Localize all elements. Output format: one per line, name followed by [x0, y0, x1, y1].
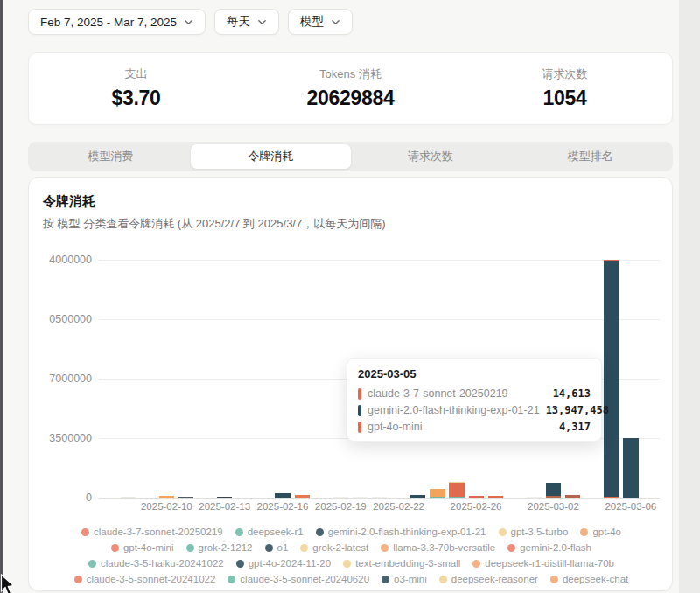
- bar-segment[interactable]: [178, 497, 193, 498]
- legend-item[interactable]: gpt-4o-2024-11-20: [236, 558, 331, 569]
- legend-item[interactable]: text-embedding-3-small: [343, 558, 460, 569]
- bar-segment[interactable]: [449, 497, 464, 498]
- legend-label: gpt-4o-mini: [123, 542, 174, 553]
- legend-item[interactable]: o3-mini: [382, 574, 427, 584]
- bar-segment[interactable]: [449, 483, 464, 497]
- legend-dot-icon: [499, 528, 507, 536]
- tab-model-rank[interactable]: 模型排名: [510, 144, 670, 169]
- interval-select[interactable]: 每天: [214, 9, 279, 35]
- legend-item[interactable]: gpt-4o: [580, 527, 621, 537]
- chevron-down-icon: [331, 17, 340, 27]
- legend-dot-icon: [508, 544, 515, 552]
- bar-segment[interactable]: [546, 483, 561, 497]
- y-axis: 40000000500000700000035000000: [43, 260, 99, 498]
- legend-item[interactable]: gemini-2.0-flash-thinking-exp-01-21: [316, 527, 486, 537]
- legend-dot-icon: [439, 576, 447, 583]
- bar-slot: [602, 260, 621, 498]
- bar-segment[interactable]: [604, 497, 619, 498]
- tooltip-series-name: gemini-2.0-flash-thinking-exp-01-21: [368, 404, 540, 416]
- tab-token-usage[interactable]: 令牌消耗: [191, 144, 351, 169]
- bar-slot: [312, 260, 331, 498]
- bar-segment[interactable]: [410, 495, 425, 498]
- bar-slot: [273, 260, 292, 498]
- legend-dot-icon: [186, 544, 194, 552]
- legend-dot-icon: [235, 528, 243, 536]
- tab-model-spend[interactable]: 模型消费: [31, 144, 191, 169]
- legend-dot-icon: [343, 560, 351, 568]
- legend-label: gpt-3.5-turbo: [511, 527, 569, 537]
- tooltip-series-value: 4,317: [559, 421, 591, 433]
- legend-item[interactable]: grok-2-latest: [300, 542, 368, 553]
- legend-item[interactable]: grok-2-1212: [186, 542, 253, 553]
- bar-segment[interactable]: [121, 497, 136, 498]
- bar-segment[interactable]: [430, 497, 444, 498]
- y-axis-tick-label: 7000000: [49, 373, 92, 385]
- y-axis-tick-label: 3500000: [49, 432, 92, 444]
- legend-dot-icon: [472, 560, 480, 568]
- legend-item[interactable]: llama-3.3-70b-versatile: [381, 542, 495, 553]
- bar-segment[interactable]: [333, 497, 348, 498]
- bar-slot: [234, 260, 254, 498]
- legend-label: llama-3.3-70b-versatile: [393, 542, 495, 553]
- bar-segment[interactable]: [623, 438, 638, 498]
- bar-segment[interactable]: [295, 495, 310, 498]
- legend-item[interactable]: gpt-3.5-turbo: [499, 527, 569, 537]
- panel-title: 令牌消耗: [43, 193, 660, 210]
- chevron-down-icon: [257, 17, 267, 27]
- legend-dot-icon: [111, 544, 119, 552]
- legend-item[interactable]: claude-3-5-haiku-20241022: [88, 558, 224, 569]
- x-axis: 2025-02-102025-02-132025-02-162025-02-19…: [99, 501, 660, 517]
- legend-row: claude-3-7-sonnet-20250219deepseek-r1gem…: [43, 524, 660, 540]
- legend-item[interactable]: deepseek-r1-distill-llama-70b: [472, 558, 614, 569]
- dimension-select[interactable]: 模型: [288, 9, 353, 35]
- legend-label: gpt-4o: [592, 527, 621, 537]
- bar-segment[interactable]: [565, 495, 580, 498]
- legend-label: deepseek-r1-distill-llama-70b: [485, 558, 614, 569]
- bar-segment[interactable]: [604, 261, 619, 496]
- legend-item[interactable]: gpt-4o-mini: [111, 542, 174, 553]
- chart-area: 40000000500000700000035000000 2025-03-05…: [43, 260, 660, 498]
- x-axis-tick-label: 2025-02-13: [199, 501, 250, 512]
- legend-dot-icon: [382, 576, 389, 583]
- stat-value: $3.70: [29, 87, 243, 110]
- tooltip-row: claude-3-7-sonnet-2025021914,613: [358, 387, 591, 400]
- legend-item[interactable]: claude-3-7-sonnet-20250219: [81, 527, 223, 537]
- window-left-edge: [0, 0, 3, 593]
- chart-legend: claude-3-7-sonnet-20250219deepseek-r1gem…: [43, 524, 660, 587]
- legend-dot-icon: [550, 576, 558, 583]
- bar-slot: [176, 260, 195, 498]
- bar-segment[interactable]: [159, 496, 174, 498]
- legend-item[interactable]: claude-3-5-sonnet-20240620: [228, 574, 369, 584]
- legend-dot-icon: [316, 528, 324, 536]
- bar-segment[interactable]: [469, 496, 484, 498]
- tooltip-series-name: claude-3-7-sonnet-20250219: [368, 387, 547, 400]
- legend-item[interactable]: gemini-2.0-flash: [508, 542, 592, 553]
- legend-item[interactable]: deepseek-reasoner: [439, 574, 538, 584]
- bar-segment[interactable]: [353, 497, 368, 498]
- legend-item[interactable]: claude-3-5-sonnet-20241022: [74, 574, 216, 584]
- bar-segment[interactable]: [372, 497, 387, 498]
- bar-segment[interactable]: [527, 497, 542, 498]
- tab-request-count[interactable]: 请求次数: [351, 144, 511, 169]
- bar-segment[interactable]: [430, 489, 444, 497]
- legend-dot-icon: [228, 576, 235, 583]
- legend-label: deepseek-reasoner: [452, 574, 538, 584]
- bar-segment[interactable]: [275, 493, 290, 498]
- stat-value: 1054: [458, 87, 672, 110]
- legend-item[interactable]: o1: [265, 542, 289, 553]
- toolbar: Feb 7, 2025 - Mar 7, 2025 每天 模型: [28, 9, 673, 35]
- mouse-cursor: [0, 574, 15, 593]
- legend-row: claude-3-5-sonnet-20241022claude-3-5-son…: [43, 571, 660, 587]
- legend-item[interactable]: deepseek-r1: [235, 527, 304, 537]
- date-range-picker[interactable]: Feb 7, 2025 - Mar 7, 2025: [28, 9, 206, 35]
- tooltip-series-value: 14,613: [553, 387, 591, 400]
- bar-segment[interactable]: [217, 497, 232, 498]
- y-axis-tick-label: 0500000: [49, 313, 92, 325]
- bar-segment[interactable]: [488, 496, 503, 498]
- bar-segment[interactable]: [546, 496, 561, 498]
- legend-dot-icon: [580, 528, 588, 536]
- stat-tokens: Tokens 消耗 20629884: [243, 66, 458, 110]
- usage-dashboard: Feb 7, 2025 - Mar 7, 2025 每天 模型 支出 $3.70…: [0, 0, 700, 593]
- legend-label: gemini-2.0-flash-thinking-exp-01-21: [328, 527, 486, 537]
- legend-item[interactable]: deepseek-chat: [550, 574, 628, 584]
